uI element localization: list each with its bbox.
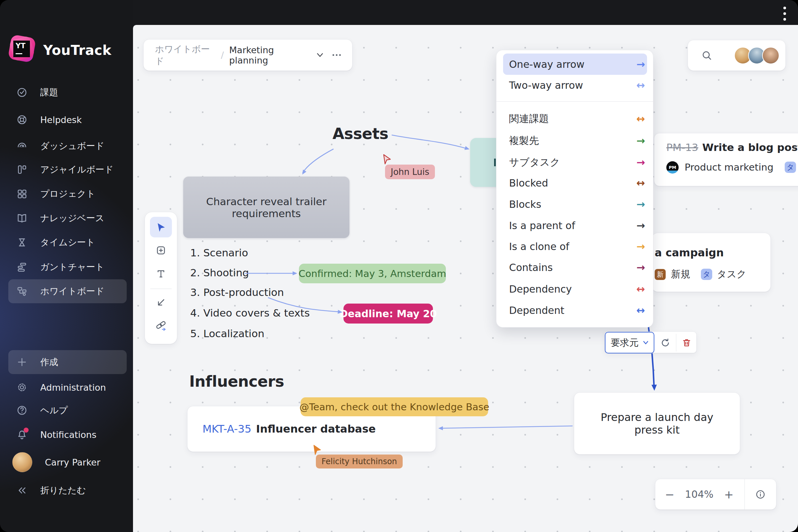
checklist-item[interactable]: 5. Localization xyxy=(190,327,264,341)
notification-badge xyxy=(24,428,28,433)
sidebar-item-label: Notifications xyxy=(40,430,96,440)
sidebar-item-agile-boards[interactable]: アジャイルボード xyxy=(8,158,127,182)
sidebar-item-issues[interactable]: 課題 xyxy=(8,80,127,104)
gear-icon xyxy=(16,382,27,393)
link-icon xyxy=(155,320,167,331)
refresh-icon xyxy=(660,338,671,348)
whiteboard-canvas[interactable]: Assets Influencers Character reveal trai… xyxy=(133,25,798,532)
chevron-down-icon[interactable] xyxy=(316,53,324,58)
chevron-down-icon xyxy=(643,341,649,345)
influencers-heading[interactable]: Influencers xyxy=(189,373,284,391)
sidebar-item-label: ヘルプ xyxy=(40,404,68,416)
user-profile[interactable]: Carry Parker xyxy=(8,450,127,474)
edge-toolbar: 要求元 xyxy=(605,331,697,353)
info-button[interactable] xyxy=(745,489,776,500)
divider xyxy=(150,289,172,289)
collapse-sidebar-button[interactable]: 折りたたむ xyxy=(8,478,127,502)
type-label: タスク xyxy=(717,268,746,281)
assets-heading[interactable]: Assets xyxy=(332,125,388,142)
edge-assets-to-graybox xyxy=(303,149,334,173)
campaign-issue-card[interactable]: a campaign 新 新規 タ タスク xyxy=(652,233,771,292)
dropdown-item[interactable]: One-way arrow→ xyxy=(496,54,654,75)
create-button[interactable]: 作成 xyxy=(8,350,127,374)
swap-direction-button[interactable] xyxy=(655,335,676,350)
checklist-item[interactable]: 4. Video covers & texts xyxy=(190,307,310,320)
zoom-out-button[interactable]: − xyxy=(656,488,684,501)
checklist-item[interactable]: 3. Post-production xyxy=(190,286,284,300)
breadcrumb[interactable]: ホワイトボード / Marketing planning xyxy=(143,39,353,71)
edge-label-select[interactable]: 要求元 xyxy=(605,332,654,354)
sidebar-item-gantt-charts[interactable]: ガントチャート xyxy=(8,255,127,279)
press-kit-card[interactable]: Prepare a launch day press kit xyxy=(574,392,740,455)
breadcrumb-root[interactable]: ホワイトボード xyxy=(155,43,215,67)
board-menu-icon[interactable] xyxy=(332,54,341,56)
sidebar-item-label: ダッシュボード xyxy=(40,140,104,152)
arrow-glyph: ↔ xyxy=(636,283,645,295)
dropdown-item[interactable]: Contains→ xyxy=(496,257,654,278)
sidebar-item-projects[interactable]: プロジェクト xyxy=(8,182,127,206)
sidebar-item-dashboards[interactable]: ダッシュボード xyxy=(8,134,127,158)
dropdown-item[interactable]: Two-way arrow↔ xyxy=(496,75,654,96)
search-avatars-pill xyxy=(688,40,786,71)
arrow-glyph: ↔ xyxy=(636,113,645,125)
sidebar-item-label: Administration xyxy=(40,382,106,393)
confirmed-badge[interactable]: Confirmed: May 3, Amsterdam xyxy=(299,264,446,283)
checklist-item[interactable]: 1. Scenario xyxy=(190,247,248,260)
kebab-menu-icon[interactable] xyxy=(783,7,786,21)
arrow-glyph: → xyxy=(636,261,645,273)
dropdown-item[interactable]: Is a clone of→ xyxy=(496,236,654,257)
dropdown-item[interactable]: 関連課題↔ xyxy=(496,108,654,129)
arrow-glyph: ↔ xyxy=(636,79,645,91)
divider xyxy=(496,101,654,102)
lifebuoy-icon xyxy=(16,114,27,125)
text-tool[interactable] xyxy=(150,263,172,284)
sidebar-item-timesheets[interactable]: タイムシート xyxy=(8,230,127,254)
app-title: YouTrack xyxy=(43,42,111,58)
arrow-glyph: → xyxy=(636,58,645,70)
checklist-item[interactable]: 2. Shooting xyxy=(190,267,249,280)
cursor-icon xyxy=(156,222,166,232)
issue-title: Influencer database xyxy=(256,423,376,435)
issue-id-resolved[interactable]: PM-13 xyxy=(666,141,698,153)
pm-issue-card[interactable]: PM-13Write a blog post PM Product market… xyxy=(654,133,798,186)
dropdown-item[interactable]: 複製先→ xyxy=(496,130,654,151)
select-tool[interactable] xyxy=(150,217,172,238)
delete-edge-button[interactable] xyxy=(676,335,697,350)
create-button-label: 作成 xyxy=(40,356,58,368)
dropdown-item[interactable]: Is a parent of→ xyxy=(496,215,654,236)
bell-icon xyxy=(16,429,27,440)
edge-presskit-to-mkt xyxy=(440,426,573,428)
text-icon xyxy=(156,269,166,279)
sidebar-item-help[interactable]: ヘルプ xyxy=(8,398,127,422)
sidebar-item-knowledge-base[interactable]: ナレッジベース xyxy=(8,206,127,230)
open-book-icon xyxy=(16,212,27,224)
search-icon[interactable] xyxy=(701,50,712,61)
sidebar-item-helpdesk[interactable]: Helpdesk xyxy=(8,108,127,132)
dropdown-item[interactable]: Blocked↔ xyxy=(496,172,654,193)
dropdown-item[interactable]: Dependent↔ xyxy=(496,300,654,321)
dropdown-item[interactable]: Dependency↔ xyxy=(496,278,654,300)
connector-tool[interactable] xyxy=(150,292,172,313)
board-name[interactable]: Marketing planning xyxy=(229,45,311,65)
gauge-icon xyxy=(16,140,27,152)
plus-square-icon xyxy=(156,245,166,256)
sidebar-item-administration[interactable]: Administration xyxy=(8,375,127,399)
collaborator-tag: John Luis xyxy=(385,165,435,179)
dropdown-item[interactable]: サブタスク→ xyxy=(496,152,654,173)
zoom-in-button[interactable]: + xyxy=(715,488,743,501)
link-tool[interactable] xyxy=(150,316,172,336)
sidebar-item-whiteboards[interactable]: ホワイトボード xyxy=(8,279,127,303)
sidebar-item-notifications[interactable]: Notifications xyxy=(8,423,127,446)
dropdown-item[interactable]: Blocks→ xyxy=(496,193,654,215)
issue-id[interactable]: MKT-A-35 xyxy=(203,423,251,435)
team-note-badge[interactable]: @Team, check out the Knowledge Base xyxy=(301,397,488,416)
user-name: Carry Parker xyxy=(45,457,100,468)
status-label: 新規 xyxy=(671,268,690,281)
hourglass-icon xyxy=(16,237,27,248)
deadline-badge[interactable]: Deadline: May 20 xyxy=(343,304,433,324)
add-node-tool[interactable] xyxy=(150,240,172,261)
remote-cursor-red xyxy=(382,154,393,165)
avatar[interactable] xyxy=(762,47,779,64)
gray-requirements-box[interactable]: Character reveal trailer requirements xyxy=(183,176,349,238)
whiteboard-nodes-icon xyxy=(16,286,27,297)
